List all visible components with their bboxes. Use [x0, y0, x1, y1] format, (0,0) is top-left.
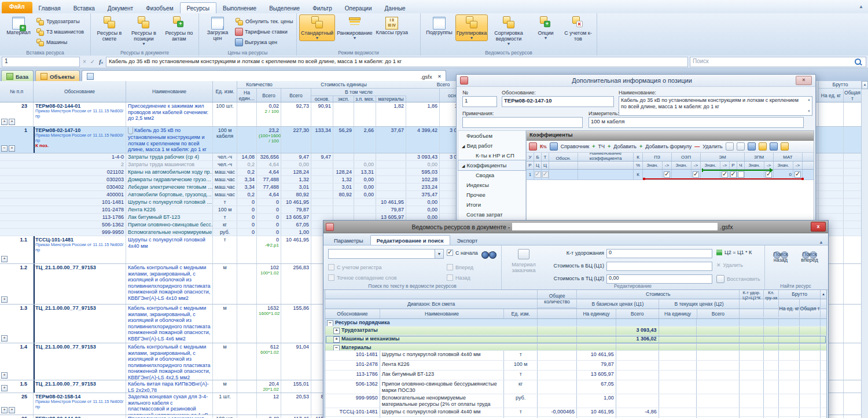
header-bc-per-unit[interactable]: На единицу: [577, 309, 616, 318]
tab-vstavka[interactable]: Вставка: [67, 3, 101, 13]
close-dialog-button[interactable]: ×: [796, 76, 812, 85]
customer-material-button[interactable]: Материал заказчика: [506, 249, 542, 273]
tab-filtr[interactable]: Фильтр: [306, 3, 339, 13]
resource-row[interactable]: +Трудозатраты3 093,43: [325, 327, 826, 335]
search-input[interactable]: Поиск: [690, 57, 866, 67]
add-formula-button[interactable]: Добавить формулу: [645, 144, 692, 149]
coefficient-row[interactable]: 1 К 0: [527, 170, 814, 180]
tab-objects[interactable]: Объекты: [35, 70, 80, 81]
labor-costs-button[interactable]: Трудозатраты: [35, 17, 85, 25]
header-name[interactable]: Наименование: [126, 81, 213, 102]
machines-button[interactable]: Машины: [35, 38, 85, 46]
header-unit-cost-group[interactable]: Стоимость единицы: [281, 81, 406, 89]
resource-row[interactable]: 101-2478Лента К226100 м79,87: [325, 361, 826, 371]
reference-button[interactable]: Справочник: [561, 144, 590, 149]
header-cost-total[interactable]: Всего: [281, 89, 311, 102]
tab-document[interactable]: .gsfx ×: [82, 70, 446, 81]
em-checkbox[interactable]: [722, 171, 728, 178]
header-brutto-group[interactable]: Брутто: [819, 81, 862, 89]
add-icon[interactable]: +: [608, 144, 610, 149]
tab-edit-search[interactable]: Редактирование и поиск: [370, 235, 450, 245]
remove-button[interactable]: Удалить: [703, 144, 722, 149]
sheet-sorting-button[interactable]: Сортировка ведомости ▼: [488, 14, 529, 47]
expand-icon[interactable]: +: [9, 119, 15, 125]
tab-dokument[interactable]: Документ: [101, 3, 139, 13]
ribbon-collapse-icon[interactable]: ▲: [859, 4, 863, 9]
header-tc-total[interactable]: Всего: [697, 309, 740, 318]
header-materials[interactable]: материалы: [376, 96, 406, 102]
spinner-icon[interactable]: ▲▼: [807, 97, 811, 113]
ministry-order-link[interactable]: Приказ Минстроя России от 11.11.15 №800/…: [35, 399, 124, 409]
close-document-icon[interactable]: ×: [435, 74, 441, 79]
header-osn[interactable]: основ.: [311, 96, 333, 102]
find-button[interactable]: Найти: [479, 250, 499, 257]
copy-icon[interactable]: [748, 142, 756, 151]
formula-input[interactable]: Кабель до 35 кВ по установленным констру…: [106, 57, 688, 67]
restore-button[interactable]: Восстановить: [716, 275, 760, 283]
expand-icon[interactable]: +: [333, 328, 340, 334]
nav-item-4[interactable]: Сводка: [458, 170, 525, 180]
tab-fizobem[interactable]: Физобъем: [139, 3, 179, 13]
search-back-button[interactable]: Поиск назад: [768, 250, 793, 263]
justification-field[interactable]: ТЕРм08-02-147-10: [502, 96, 614, 107]
expand-icon[interactable]: +: [1, 296, 8, 303]
resource-row[interactable]: −Ресурсы подрядчика: [325, 319, 826, 327]
mat-checkbox[interactable]: [795, 171, 801, 178]
machinist-labor-button[interactable]: ТЗ машинистов: [35, 28, 85, 36]
header-unit[interactable]: Ед. изм.: [213, 81, 237, 102]
expand-icon[interactable]: +: [1, 407, 8, 413]
header-range[interactable]: Диапазон: Вся смета: [325, 299, 538, 309]
expand-icon[interactable]: +: [1, 385, 8, 391]
header-current-prices[interactable]: В текущих ценах (Ц2): [659, 299, 740, 309]
header-name[interactable]: Наименование: [380, 309, 505, 318]
resource-row[interactable]: +Машины и механизмы1 306,02: [325, 335, 826, 344]
open-icon[interactable]: [781, 142, 789, 151]
nav-item-1[interactable]: ◢Вид работ: [458, 141, 525, 151]
resource-row[interactable]: 999-9950Вспомогательные ненормируемые ма…: [325, 394, 826, 408]
tab-parameters[interactable]: Параметры: [328, 236, 369, 245]
export-prices-button[interactable]: Выгрузка цен: [234, 38, 294, 46]
tc-field[interactable]: 0,00: [606, 274, 712, 284]
save-icon[interactable]: [770, 142, 778, 151]
expand-icon[interactable]: +: [9, 145, 15, 152]
forward-checkbox[interactable]: [447, 264, 453, 270]
name-field[interactable]: Кабель до 35 кВ по установленным констру…: [621, 97, 799, 109]
resources-in-position-button[interactable]: Ресурсы в позиции ▼: [126, 14, 162, 47]
header-brutto-total[interactable]: Общая т: [844, 89, 862, 102]
delete-button[interactable]: ✕Удалить: [716, 262, 743, 268]
tch-button[interactable]: ТЧ: [598, 144, 605, 149]
remove-icon[interactable]: —: [694, 144, 700, 149]
ministry-order-link[interactable]: Приказ Минстроя России от 11.11.15 №800/…: [35, 243, 124, 252]
collapse-panel-icon[interactable]: ▲: [819, 240, 823, 245]
function-icon[interactable]: fx: [98, 58, 104, 65]
bc-field[interactable]: [606, 262, 712, 271]
collapse-icon[interactable]: −: [327, 320, 333, 326]
cut-icon[interactable]: [737, 142, 745, 151]
tab-vydelenie[interactable]: Выделение: [263, 3, 306, 13]
nav-item-8[interactable]: Состав затрат: [458, 210, 525, 219]
resources-in-estimate-button[interactable]: Ресурсы в смете: [93, 14, 126, 43]
expand-icon[interactable]: +: [1, 335, 8, 342]
tab-glavnaya[interactable]: Главная: [32, 3, 67, 13]
material-button[interactable]: Материал: [2, 14, 35, 36]
header-code[interactable]: Обоснование: [325, 309, 380, 318]
k-field[interactable]: 0: [606, 249, 712, 258]
expand-icon[interactable]: +: [333, 336, 340, 343]
paste-icon[interactable]: [759, 142, 767, 151]
add-button[interactable]: Добавить: [613, 144, 637, 149]
header-num[interactable]: № п.п: [0, 81, 34, 102]
tab-base[interactable]: База: [1, 70, 34, 81]
header-eksp[interactable]: эксп.: [333, 96, 354, 102]
tariff-rates-button[interactable]: Тарифные ставки: [234, 28, 294, 36]
tab-file[interactable]: Файл: [2, 2, 32, 13]
ministry-order-link[interactable]: Приказ Минстроя России от 11.11.15 №800/…: [35, 109, 124, 119]
nav-item-5[interactable]: Индексы: [458, 180, 525, 190]
from-start-checkbox[interactable]: [447, 250, 453, 256]
em-r-checkbox[interactable]: [730, 171, 737, 178]
expand-icon[interactable]: +: [9, 407, 15, 413]
vertical-scrollbar[interactable]: ▲: [861, 81, 868, 418]
with-coefficients-button[interactable]: С учетом к-тов: [562, 14, 594, 43]
header-scroll[interactable]: ▲: [821, 290, 826, 299]
dialog-titlebar[interactable]: Ведомость ресурсов в документе - .gsfx x: [323, 221, 828, 233]
c2-formula-button[interactable]: Ц2 = Ц1 * К: [716, 250, 752, 255]
